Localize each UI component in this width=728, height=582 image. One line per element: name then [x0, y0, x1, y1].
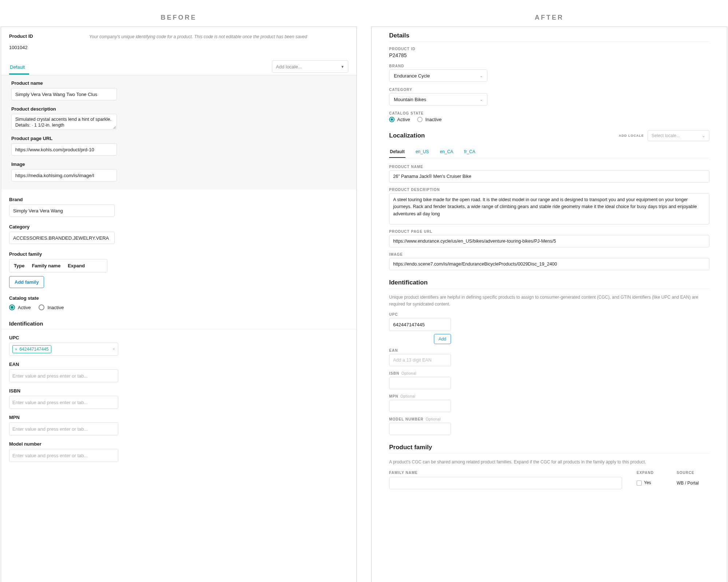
a-family-expand-cell[interactable]: Yes	[637, 480, 662, 486]
chevron-down-icon: ⌄	[702, 133, 705, 138]
a-family-source-cell: WB / Portal	[677, 481, 709, 486]
a-name-input[interactable]: 26" Panama Jack® Men's Cruiser Bike	[389, 170, 709, 183]
b-product-id-value: 1001042	[9, 45, 348, 50]
a-mpn-input[interactable]	[389, 400, 451, 412]
divider	[389, 288, 709, 289]
b-ean-placeholder: Enter value and press enter or tab...	[12, 373, 88, 379]
b-family-col-expand: Expand	[68, 263, 85, 268]
divider	[1, 329, 356, 329]
a-family-name-input[interactable]	[389, 477, 622, 489]
b-add-locale-placeholder: Add locale...	[276, 64, 302, 69]
b-isbn-placeholder: Enter value and press enter or tab...	[12, 400, 88, 405]
b-category-label: Category	[9, 224, 348, 230]
a-upc-label: UPC	[389, 312, 709, 316]
b-inactive-label: Inactive	[47, 305, 64, 310]
a-model-label: Model Number Optional	[389, 417, 709, 421]
radio-unselected-icon	[417, 117, 423, 122]
remove-chip-icon[interactable]: ×	[15, 347, 17, 351]
a-url-input[interactable]: https://www.endurance.cycle/us/en_US/bik…	[389, 235, 709, 247]
b-add-locale-select[interactable]: Add locale... ▼	[272, 60, 348, 73]
a-identification-header: Identification	[389, 279, 709, 286]
divider	[389, 41, 709, 42]
b-identification-header: Identification	[9, 320, 348, 327]
a-inactive-label: Inactive	[425, 117, 442, 122]
a-image-label: Image	[389, 252, 709, 256]
a-name-label: Product Name	[389, 165, 709, 169]
b-brand-label: Brand	[9, 197, 348, 202]
a-isbn-input[interactable]	[389, 377, 451, 389]
a-product-id-label: Product ID	[389, 47, 709, 51]
b-add-family-button[interactable]: Add family	[9, 276, 44, 288]
a-add-locale-label: ADD LOCALE	[619, 134, 644, 137]
b-mpn-input[interactable]: Enter value and press enter or tab...	[9, 422, 118, 435]
b-model-label: Model number	[9, 441, 348, 447]
b-upc-chip[interactable]: × 642447147445	[12, 345, 51, 353]
a-desc-label: Product Description	[389, 188, 709, 192]
b-radio-active[interactable]: Active	[9, 304, 31, 310]
a-isbn-label: ISBN Optional	[389, 371, 709, 375]
a-upc-input[interactable]: 642447147445	[389, 318, 451, 331]
a-family-col-expand: Expand	[637, 471, 662, 475]
b-family-label: Product family	[9, 251, 348, 257]
b-ean-input[interactable]: Enter value and press enter or tab...	[9, 369, 118, 382]
a-optional-tag: Optional	[426, 417, 440, 421]
a-select-locale[interactable]: Select locale... ⌄	[648, 130, 709, 141]
a-brand-value: Endurance Cycle	[394, 73, 430, 79]
b-catalog-state-label: Catalog state	[9, 295, 348, 301]
a-mpn-label: MPN Optional	[389, 394, 709, 398]
after-header: AFTER	[371, 7, 727, 27]
a-brand-label: Brand	[389, 64, 709, 68]
a-family-col-name: Family Name	[389, 471, 622, 475]
a-model-input[interactable]	[389, 423, 451, 435]
b-model-input[interactable]: Enter value and press enter or tab...	[9, 449, 118, 462]
b-brand-input[interactable]: Simply Vera Vera Wang	[9, 204, 115, 217]
a-family-table-header: Family Name Expand Source	[389, 471, 709, 475]
a-identification-help: Unique product identifiers are helpful i…	[389, 294, 709, 307]
b-tab-default[interactable]: Default	[9, 61, 29, 75]
b-radio-inactive[interactable]: Inactive	[39, 304, 64, 310]
a-category-value: Mountain Bikes	[394, 97, 426, 102]
b-ean-label: EAN	[9, 362, 348, 367]
a-active-label: Active	[397, 117, 410, 122]
b-family-col-type: Type	[14, 263, 24, 268]
a-optional-tag: Optional	[401, 371, 416, 375]
a-radio-active[interactable]: Active	[389, 117, 410, 122]
b-upc-label: UPC	[9, 335, 348, 340]
a-radio-inactive[interactable]: Inactive	[417, 117, 442, 122]
b-family-col-name: Family name	[32, 263, 60, 268]
a-tab-en-us[interactable]: en_US	[415, 146, 430, 158]
b-product-id-label: Product ID	[9, 33, 78, 39]
b-image-input[interactable]: https://media.kohlsimg.com/is/image/I	[11, 169, 117, 182]
a-upc-add-button[interactable]: Add	[434, 334, 451, 344]
a-ean-input[interactable]: Add a 13 digit EAN	[389, 354, 451, 366]
b-isbn-input[interactable]: Enter value and press enter or tab...	[9, 396, 118, 409]
b-category-input[interactable]: ACCESSORIES.BRANDED.JEWELRY.VERA	[9, 232, 115, 244]
b-product-id-help: Your company's unique identifying code f…	[89, 33, 348, 41]
a-family-help: A product's CGC can be shared among rela…	[389, 459, 709, 466]
a-category-select[interactable]: Mountain Bikes ⌄	[389, 93, 487, 105]
a-family-header: Product family	[389, 444, 709, 451]
b-url-input[interactable]: https://www.kohls.com/product/prd-10	[11, 143, 117, 156]
a-family-row: Yes WB / Portal	[389, 477, 709, 489]
b-upc-chip-value: 642447147445	[19, 347, 48, 352]
a-brand-select[interactable]: Endurance Cycle ⌄	[389, 69, 487, 82]
b-name-input[interactable]: Simply Vera Vera Wang Two Tone Clus	[11, 88, 117, 100]
a-image-input[interactable]: https://endo.scene7.com/is/image/Enduran…	[389, 258, 709, 270]
a-family-col-source: Source	[677, 471, 709, 475]
b-upc-input[interactable]: × 642447147445 ×	[9, 343, 118, 356]
b-active-label: Active	[18, 305, 31, 310]
chevron-down-icon: ⌄	[480, 97, 483, 101]
a-tab-default[interactable]: Default	[389, 146, 405, 158]
checkbox-icon[interactable]	[637, 481, 642, 486]
radio-unselected-icon	[39, 304, 44, 310]
a-desc-textarea[interactable]: A steel touring bike made for the open r…	[389, 193, 709, 224]
b-model-placeholder: Enter value and press enter or tab...	[12, 453, 88, 458]
a-ean-placeholder: Add a 13 digit EAN	[393, 358, 432, 363]
a-localization-header: Localization	[389, 132, 425, 139]
a-category-label: Category	[389, 88, 709, 92]
a-catalog-state-label: Catalog State	[389, 111, 709, 115]
a-tab-fr-ca[interactable]: fr_CA	[463, 146, 476, 158]
b-desc-textarea[interactable]: Simulated crystal accents lend a hint of…	[11, 114, 117, 130]
a-tab-en-ca[interactable]: en_CA	[439, 146, 454, 158]
clear-input-icon[interactable]: ×	[112, 347, 115, 352]
